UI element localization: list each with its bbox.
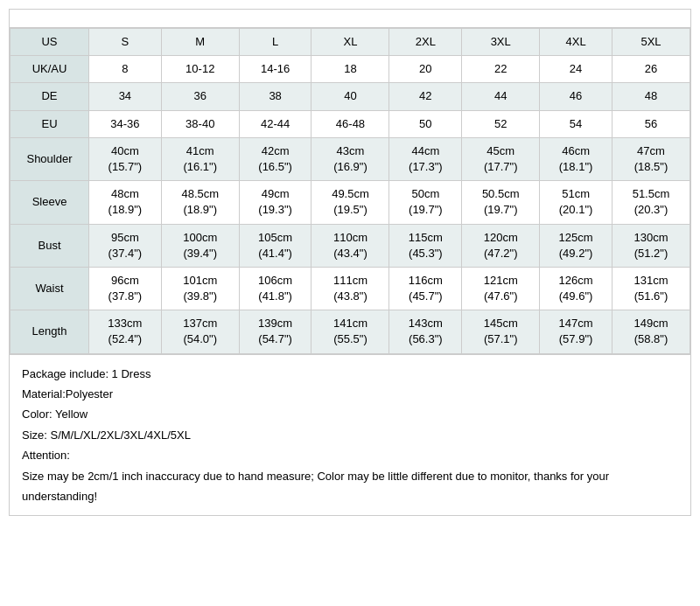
note-line-4: Attention: (22, 445, 678, 465)
note-line-2: Color: Yellow (22, 404, 678, 424)
cell-eu-7: 56 (612, 110, 690, 137)
cell-shoulder-0: 40cm(15.7") (89, 137, 162, 180)
cell-uk/au-1: 10-12 (161, 56, 239, 83)
cell-de-7: 48 (612, 83, 690, 110)
cell-eu-0: 34-36 (89, 110, 162, 137)
col-header-3XL: 3XL (462, 29, 540, 56)
cell-de-6: 46 (540, 83, 612, 110)
size-chart-container: USSMLXL2XL3XL4XL5XL UK/AU810-1214-161820… (9, 9, 691, 516)
col-header-L: L (239, 29, 312, 56)
cell-waist-2: 106cm(41.8") (239, 267, 312, 310)
cell-bust-7: 130cm(51.2") (612, 224, 690, 267)
cell-length-1: 137cm(54.0") (161, 310, 239, 353)
cell-bust-6: 125cm(49.2") (540, 224, 612, 267)
note-line-3: Size: S/M/L/XL/2XL/3XL/4XL/5XL (22, 425, 678, 445)
note-line-1: Material:Polyester (22, 384, 678, 404)
cell-uk/au-6: 24 (540, 56, 612, 83)
cell-shoulder-4: 44cm(17.3") (389, 137, 462, 180)
cell-shoulder-3: 43cm(16.9") (312, 137, 389, 180)
row-label-length: Length (10, 310, 89, 353)
table-header-row: USSMLXL2XL3XL4XL5XL (10, 29, 690, 56)
cell-de-2: 38 (239, 83, 312, 110)
cell-de-0: 34 (89, 83, 162, 110)
cell-bust-1: 100cm(39.4") (161, 224, 239, 267)
note-line-5: Size may be 2cm/1 inch inaccuracy due to… (22, 466, 678, 507)
table-row: Bust95cm(37.4")100cm(39.4")105cm(41.4")1… (10, 224, 690, 267)
size-table: USSMLXL2XL3XL4XL5XL UK/AU810-1214-161820… (10, 28, 690, 354)
row-label-eu: EU (10, 110, 89, 137)
table-row: EU34-3638-4042-4446-4850525456 (10, 110, 690, 137)
cell-bust-5: 120cm(47.2") (462, 224, 540, 267)
row-label-waist: Waist (10, 267, 89, 310)
cell-sleeve-4: 50cm(19.7") (389, 181, 462, 224)
cell-de-1: 36 (161, 83, 239, 110)
cell-sleeve-7: 51.5cm(20.3") (612, 181, 690, 224)
cell-shoulder-6: 46cm(18.1") (540, 137, 612, 180)
cell-length-0: 133cm(52.4") (89, 310, 162, 353)
cell-length-4: 143cm(56.3") (389, 310, 462, 353)
notes-section: Package include: 1 DressMaterial:Polyest… (10, 354, 690, 516)
cell-shoulder-1: 41cm(16.1") (161, 137, 239, 180)
cell-de-4: 42 (389, 83, 462, 110)
cell-eu-2: 42-44 (239, 110, 312, 137)
chart-title (10, 10, 690, 28)
cell-bust-4: 115cm(45.3") (389, 224, 462, 267)
cell-de-5: 44 (462, 83, 540, 110)
cell-shoulder-2: 42cm(16.5") (239, 137, 312, 180)
cell-sleeve-2: 49cm(19.3") (239, 181, 312, 224)
col-header-label: US (10, 29, 89, 56)
cell-waist-7: 131cm(51.6") (612, 267, 690, 310)
table-row: Length133cm(52.4")137cm(54.0")139cm(54.7… (10, 310, 690, 353)
cell-bust-3: 110cm(43.4") (312, 224, 389, 267)
cell-shoulder-5: 45cm(17.7") (462, 137, 540, 180)
cell-eu-1: 38-40 (161, 110, 239, 137)
cell-uk/au-0: 8 (89, 56, 162, 83)
cell-de-3: 40 (312, 83, 389, 110)
cell-waist-0: 96cm(37.8") (89, 267, 162, 310)
cell-uk/au-7: 26 (612, 56, 690, 83)
col-header-XL: XL (312, 29, 389, 56)
cell-sleeve-0: 48cm(18.9") (89, 181, 162, 224)
cell-sleeve-3: 49.5cm(19.5") (312, 181, 389, 224)
cell-eu-6: 54 (540, 110, 612, 137)
cell-eu-5: 52 (462, 110, 540, 137)
cell-waist-1: 101cm(39.8") (161, 267, 239, 310)
cell-waist-6: 126cm(49.6") (540, 267, 612, 310)
cell-length-2: 139cm(54.7") (239, 310, 312, 353)
cell-sleeve-1: 48.5cm(18.9") (161, 181, 239, 224)
cell-uk/au-3: 18 (312, 56, 389, 83)
table-row: Shoulder40cm(15.7")41cm(16.1")42cm(16.5"… (10, 137, 690, 180)
cell-length-5: 145cm(57.1") (462, 310, 540, 353)
row-label-shoulder: Shoulder (10, 137, 89, 180)
cell-shoulder-7: 47cm(18.5") (612, 137, 690, 180)
cell-sleeve-6: 51cm(20.1") (540, 181, 612, 224)
col-header-M: M (161, 29, 239, 56)
cell-sleeve-5: 50.5cm(19.7") (462, 181, 540, 224)
table-row: Sleeve48cm(18.9")48.5cm(18.9")49cm(19.3"… (10, 181, 690, 224)
cell-bust-0: 95cm(37.4") (89, 224, 162, 267)
row-label-de: DE (10, 83, 89, 110)
cell-uk/au-5: 22 (462, 56, 540, 83)
cell-uk/au-4: 20 (389, 56, 462, 83)
cell-waist-3: 111cm(43.8") (312, 267, 389, 310)
col-header-2XL: 2XL (389, 29, 462, 56)
cell-length-6: 147cm(57.9") (540, 310, 612, 353)
col-header-5XL: 5XL (612, 29, 690, 56)
note-line-0: Package include: 1 Dress (22, 364, 678, 384)
cell-waist-5: 121cm(47.6") (462, 267, 540, 310)
cell-waist-4: 116cm(45.7") (389, 267, 462, 310)
cell-bust-2: 105cm(41.4") (239, 224, 312, 267)
cell-eu-4: 50 (389, 110, 462, 137)
row-label-uk/au: UK/AU (10, 56, 89, 83)
cell-length-3: 141cm(55.5") (312, 310, 389, 353)
row-label-bust: Bust (10, 224, 89, 267)
col-header-S: S (89, 29, 162, 56)
table-row: Waist96cm(37.8")101cm(39.8")106cm(41.8")… (10, 267, 690, 310)
cell-length-7: 149cm(58.8") (612, 310, 690, 353)
table-row: DE3436384042444648 (10, 83, 690, 110)
row-label-sleeve: Sleeve (10, 181, 89, 224)
table-row: UK/AU810-1214-161820222426 (10, 56, 690, 83)
col-header-4XL: 4XL (540, 29, 612, 56)
cell-uk/au-2: 14-16 (239, 56, 312, 83)
cell-eu-3: 46-48 (312, 110, 389, 137)
